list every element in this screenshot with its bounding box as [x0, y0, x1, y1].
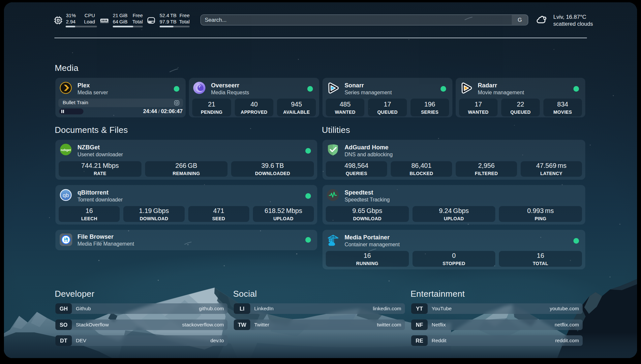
svg-text:qb: qb	[63, 192, 69, 198]
svg-text:nzbget: nzbget	[61, 148, 71, 152]
